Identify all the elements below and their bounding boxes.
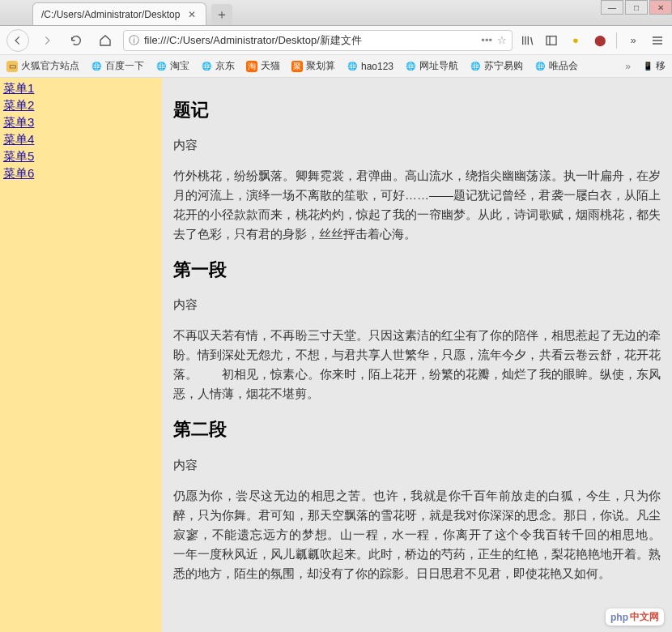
reload-icon <box>70 34 83 47</box>
bookmark-label: 天猫 <box>261 59 280 73</box>
bookmark-label: 淘宝 <box>170 59 189 73</box>
menu-item-5[interactable]: 菜单5 <box>3 147 159 164</box>
page-content[interactable]: 题记 内容 竹外桃花，纷纷飘落。卿舞霓裳，君弹曲。高山流水，绕指尖幽幽荡漾。执一… <box>162 78 672 632</box>
section-body: 竹外桃花，纷纷飘落。卿舞霓裳，君弹曲。高山流水，绕指尖幽幽荡漾。执一叶扁舟，在岁… <box>173 166 661 244</box>
menu-item-2[interactable]: 菜单2 <box>3 96 159 113</box>
bookmark-item[interactable]: 🌐 京东 <box>201 59 235 73</box>
reload-button[interactable] <box>65 29 87 52</box>
navigation-toolbar: ⓘ file:///C:/Users/Administrator/Desktop… <box>0 26 672 55</box>
bookmark-item[interactable]: 🌐 唯品会 <box>534 59 578 73</box>
bookmark-item[interactable]: 🌐 苏宁易购 <box>470 59 523 73</box>
extension-icon-2[interactable]: ⬤ <box>592 32 608 49</box>
bookmark-label: 苏宁易购 <box>484 59 523 73</box>
info-icon[interactable]: ⓘ <box>129 33 139 48</box>
browser-tab[interactable]: /C:/Users/Administrator/Desktop ✕ <box>32 2 206 25</box>
bookmark-label: 网址导航 <box>419 59 458 73</box>
bookmark-item[interactable]: 🌐 hao123 <box>347 61 393 72</box>
toolbar-separator <box>616 32 617 49</box>
bookmark-item[interactable]: 🌐 淘宝 <box>155 59 189 73</box>
tab-title: /C:/Users/Administrator/Desktop <box>41 9 180 20</box>
section-sublabel: 内容 <box>173 295 661 314</box>
watermark-cn: 中文网 <box>630 610 659 624</box>
menu-item-6[interactable]: 菜单6 <box>3 164 159 181</box>
page-sidebar: 菜单1 菜单2 菜单3 菜单4 菜单5 菜单6 <box>0 78 162 632</box>
menu-item-4[interactable]: 菜单4 <box>3 130 159 147</box>
svg-rect-0 <box>547 36 556 45</box>
home-button[interactable] <box>94 29 117 52</box>
sidebar-toggle-icon[interactable] <box>543 32 559 49</box>
section-body: 不再叹天若有情，不再盼三寸天堂。只因这素洁的红尘有了你的陪伴，相思惹起了无边的牵… <box>173 326 661 404</box>
section-sublabel: 内容 <box>173 135 661 155</box>
toolbar-right: ● ⬤ » <box>519 32 666 49</box>
bookmark-label: 唯品会 <box>549 59 578 73</box>
close-window-button[interactable]: ✕ <box>649 0 672 15</box>
arrow-right-icon <box>41 35 53 46</box>
mobile-icon: 📱 <box>642 61 653 72</box>
extension-icon-1[interactable]: ● <box>568 32 584 49</box>
section-body: 仍愿为你，尝尽这无边的相思之苦。也许，我就是你千百年前放走的白狐，今生，只为你醉… <box>173 486 661 583</box>
menu-item-3[interactable]: 菜单3 <box>3 113 159 130</box>
bookmark-item[interactable]: 聚 聚划算 <box>291 59 335 73</box>
new-tab-button[interactable]: ＋ <box>211 4 232 25</box>
globe-icon: 🌐 <box>470 61 481 72</box>
site-icon: 淘 <box>246 61 257 72</box>
section-heading: 第一段 <box>173 255 661 284</box>
globe-icon: 🌐 <box>91 61 102 72</box>
page-viewport: 菜单1 菜单2 菜单3 菜单4 菜单5 菜单6 题记 内容 竹外桃花，纷纷飘落。… <box>0 78 672 632</box>
bookmark-label: 百度一下 <box>105 59 144 73</box>
bookmark-label: 京东 <box>215 59 235 73</box>
bookmark-label: 聚划算 <box>306 59 335 73</box>
globe-icon: 🌐 <box>534 61 546 72</box>
bookmark-item[interactable]: 淘 天猫 <box>246 59 280 73</box>
section-heading: 第二段 <box>173 415 661 443</box>
maximize-button[interactable]: □ <box>625 0 648 15</box>
mobile-bookmarks-label: 移 <box>656 59 666 73</box>
globe-icon: 🌐 <box>155 61 167 72</box>
bookmark-item[interactable]: 🌐 网址导航 <box>405 59 458 73</box>
section-heading: 题记 <box>173 96 661 124</box>
library-icon[interactable] <box>519 32 535 49</box>
globe-icon: 🌐 <box>347 61 358 72</box>
bookmark-star-icon[interactable]: ☆ <box>497 34 507 46</box>
arrow-left-icon <box>12 35 23 46</box>
minimize-button[interactable]: — <box>601 0 623 15</box>
bookmarks-bar: ▭ 火狐官方站点 🌐 百度一下 🌐 淘宝 🌐 京东 淘 天猫 聚 聚划算 🌐 h… <box>0 55 672 78</box>
globe-icon: 🌐 <box>201 61 212 72</box>
globe-icon: 🌐 <box>405 61 416 72</box>
bookmark-item[interactable]: 🌐 百度一下 <box>91 59 144 73</box>
site-icon: 聚 <box>291 61 303 72</box>
url-bar[interactable]: ⓘ file:///C:/Users/Administrator/Desktop… <box>123 30 513 51</box>
bookmark-item[interactable]: ▭ 火狐官方站点 <box>6 59 79 73</box>
url-text: file:///C:/Users/Administrator/Desktop/新… <box>144 33 476 48</box>
bookmark-label: hao123 <box>361 61 393 72</box>
menu-item-1[interactable]: 菜单1 <box>3 79 159 96</box>
mobile-bookmarks[interactable]: 📱 移 <box>642 59 666 73</box>
back-button[interactable] <box>6 29 29 52</box>
bookmarks-overflow-icon[interactable]: » <box>625 61 631 72</box>
forward-button[interactable] <box>36 29 58 52</box>
home-icon <box>99 34 112 47</box>
close-tab-icon[interactable]: ✕ <box>186 9 198 20</box>
window-controls: — □ ✕ <box>601 0 672 15</box>
section-sublabel: 内容 <box>173 455 661 475</box>
watermark-badge: php 中文网 <box>606 609 664 626</box>
overflow-icon[interactable]: » <box>625 32 641 49</box>
page-action-icon[interactable]: ••• <box>481 34 492 46</box>
menu-icon[interactable] <box>649 32 666 49</box>
folder-icon: ▭ <box>6 61 18 72</box>
window-titlebar: /C:/Users/Administrator/Desktop ✕ ＋ — □ … <box>0 0 672 26</box>
watermark-php: php <box>610 612 628 623</box>
bookmark-label: 火狐官方站点 <box>21 59 79 73</box>
